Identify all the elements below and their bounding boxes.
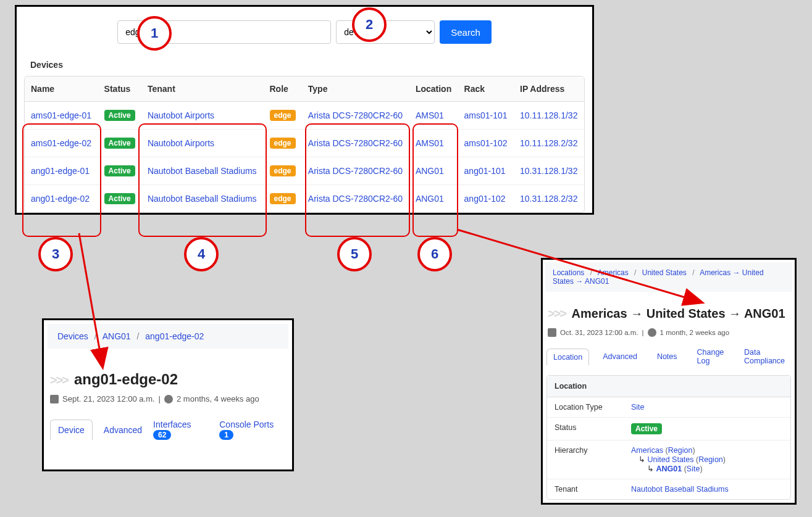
kv-key: Hierarchy [547, 440, 624, 479]
table-row: ang01-edge-01ActiveNautobot Baseball Sta… [25, 157, 584, 185]
role-badge: edge [270, 165, 296, 176]
col-status[interactable]: Status [98, 77, 141, 102]
crumb-location[interactable]: ANG01 [103, 331, 131, 341]
status-badge: Active [104, 165, 135, 176]
crumb-device[interactable]: ang01-edge-02 [145, 331, 204, 341]
col-type[interactable]: Type [302, 77, 409, 102]
device-name-link[interactable]: ams01-edge-01 [31, 110, 91, 120]
callout-5: 5 [337, 237, 372, 271]
tenant-link[interactable]: Nautobot Airports [148, 110, 214, 120]
device-type-link[interactable]: Arista DCS-7280CR2-60 [308, 194, 403, 204]
devices-panel: devices Search Devices Name Status Tenan… [15, 5, 594, 215]
kv-key: Status [547, 418, 624, 440]
hierarchy-region-link[interactable]: Region [668, 446, 693, 455]
device-type-link[interactable]: Arista DCS-7280CR2-60 [308, 166, 403, 176]
crumb-us[interactable]: United States [642, 268, 687, 277]
devices-table: Name Status Tenant Role Type Location Ra… [24, 76, 585, 213]
callout-1: 1 [137, 16, 172, 51]
tenant-link[interactable]: Nautobot Baseball Stadiums [148, 166, 257, 176]
location-type-link[interactable]: Site [631, 403, 645, 412]
role-badge: edge [270, 193, 296, 204]
age: 2 months, 4 weeks ago [177, 394, 259, 403]
hierarchy-ang01[interactable]: ANG01 [656, 465, 682, 473]
location-link[interactable]: AMS01 [416, 138, 444, 148]
crumb-sep: / [133, 331, 143, 341]
bookmark-icon [548, 328, 556, 337]
col-rack[interactable]: Rack [458, 77, 514, 102]
rack-link[interactable]: ang01-102 [464, 194, 506, 204]
page-title: ang01-edge-02 [74, 371, 178, 387]
device-detail-panel: Devices / ANG01 / ang01-edge-02 >>> ang0… [42, 318, 294, 471]
status-badge: Active [104, 138, 135, 149]
tab-compliance[interactable]: Data Compliance [738, 344, 791, 369]
chevrons-icon: >>> [50, 373, 68, 387]
clock-icon [164, 395, 173, 403]
callout-6: 6 [417, 237, 452, 271]
tab-console[interactable]: Console Ports 1 [219, 415, 286, 445]
status-badge: Active [631, 423, 662, 434]
device-type-link[interactable]: Arista DCS-7280CR2-60 [308, 110, 403, 120]
tenant-link[interactable]: Nautobot Baseball Stadiums [631, 485, 729, 494]
role-badge: edge [270, 110, 296, 121]
hierarchy-region-link[interactable]: Region [698, 455, 723, 464]
col-ip[interactable]: IP Address [514, 77, 584, 102]
age: 1 month, 2 weeks ago [660, 329, 730, 336]
tab-advanced[interactable]: Advanced [104, 420, 142, 440]
callout-2: 2 [352, 7, 387, 42]
device-name-link[interactable]: ang01-edge-02 [31, 194, 90, 204]
hierarchy-us[interactable]: United States [647, 455, 693, 464]
tab-changelog[interactable]: Change Log [691, 344, 730, 369]
device-name-link[interactable]: ang01-edge-01 [31, 166, 90, 176]
search-bar: devices Search [23, 20, 586, 44]
table-row: ams01-edge-02ActiveNautobot Airportsedge… [25, 130, 584, 157]
hierarchy-cell: Americas (Region) ↳ United States (Regio… [624, 440, 790, 479]
ip-link[interactable]: 10.11.128.2/32 [520, 138, 577, 148]
tenant-link[interactable]: Nautobot Baseball Stadiums [148, 194, 257, 204]
panel-heading: Location [547, 376, 790, 397]
hierarchy-site-link[interactable]: Site [687, 465, 700, 473]
col-role[interactable]: Role [264, 77, 302, 102]
location-panel: Location Location Type Site Status Activ… [546, 375, 791, 500]
hierarchy-americas[interactable]: Americas [631, 446, 663, 455]
rack-link[interactable]: ang01-101 [464, 166, 506, 176]
rack-link[interactable]: ams01-102 [464, 138, 508, 148]
tab-console-label: Console Ports [219, 420, 274, 429]
device-name-link[interactable]: ams01-edge-02 [31, 138, 91, 148]
tab-advanced[interactable]: Advanced [596, 349, 643, 365]
role-badge: edge [270, 138, 296, 149]
callout-3: 3 [38, 237, 73, 271]
table-header-row: Name Status Tenant Role Type Location Ra… [25, 77, 584, 102]
location-link[interactable]: AMS01 [416, 110, 444, 120]
crumb-locations[interactable]: Locations [553, 268, 584, 277]
ip-link[interactable]: 10.31.128.2/32 [520, 194, 577, 204]
tab-interfaces-label: Interfaces [153, 420, 191, 429]
ip-link[interactable]: 10.31.128.1/32 [520, 166, 577, 176]
col-location[interactable]: Location [409, 77, 458, 102]
tab-device[interactable]: Device [50, 420, 93, 440]
tabs: Location Advanced Notes Change Log Data … [543, 344, 795, 369]
rack-link[interactable]: ams01-101 [464, 110, 508, 120]
meta-line: Oct. 31, 2023 12:00 a.m. | 1 month, 2 we… [543, 325, 795, 344]
location-link[interactable]: ANG01 [416, 194, 444, 204]
tabs: Device Advanced Interfaces 62 Console Po… [44, 415, 292, 445]
crumb-devices[interactable]: Devices [57, 331, 88, 341]
breadcrumb: Locations / Americas / United States / A… [545, 262, 792, 292]
col-name[interactable]: Name [25, 77, 98, 102]
kv-key: Tenant [547, 479, 624, 500]
created-at: Sept. 21, 2023 12:00 a.m. [62, 394, 155, 403]
crumb-americas[interactable]: Americas [598, 268, 629, 277]
col-tenant[interactable]: Tenant [141, 77, 264, 102]
tenant-link[interactable]: Nautobot Airports [148, 138, 214, 148]
console-count-badge: 1 [219, 430, 233, 440]
page-title: Americas → United States → ANG01 [572, 307, 785, 320]
device-type-link[interactable]: Arista DCS-7280CR2-60 [308, 138, 403, 148]
ip-link[interactable]: 10.11.128.1/32 [520, 110, 577, 120]
tab-interfaces[interactable]: Interfaces 62 [153, 415, 208, 445]
location-link[interactable]: ANG01 [416, 166, 444, 176]
tab-location[interactable]: Location [546, 349, 589, 365]
kv-key: Location Type [547, 397, 624, 418]
tab-notes[interactable]: Notes [651, 349, 684, 365]
meta-line: Sept. 21, 2023 12:00 a.m. | 2 months, 4 … [44, 394, 292, 415]
search-button[interactable]: Search [440, 20, 492, 44]
chevrons-icon: >>> [548, 307, 566, 320]
